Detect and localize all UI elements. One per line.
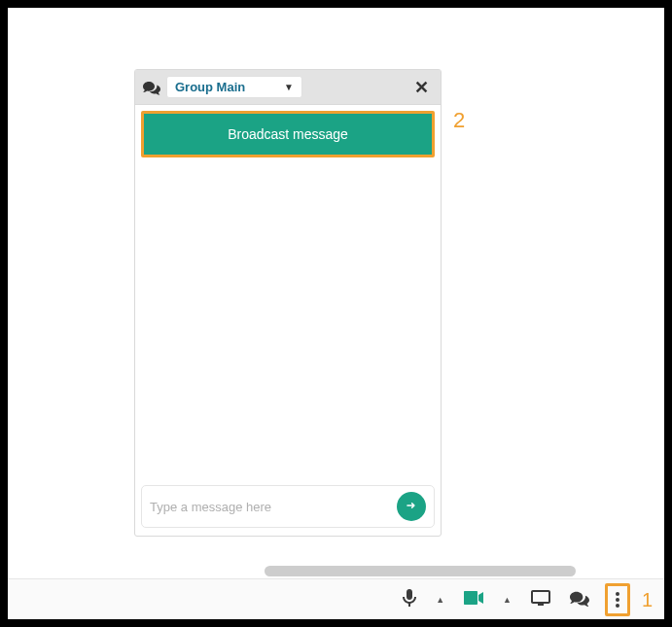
caret-up-icon: ▲ [503,595,512,605]
screen-icon [531,590,550,609]
chat-button[interactable] [566,586,593,613]
video-options-button[interactable]: ▲ [499,591,515,609]
annotation-label-1: 1 [642,589,653,611]
annotation-highlight-2: Broadcast message [141,111,435,157]
horizontal-scrollbar[interactable] [265,566,576,576]
annotation-label-2: 2 [453,108,465,133]
message-input-row [141,485,435,528]
bottom-toolbar: ▲ ▲ [8,578,664,619]
group-selector-dropdown[interactable]: Group Main ▼ [166,76,302,98]
kebab-menu-icon [616,592,619,608]
group-selected-label: Group Main [175,80,245,94]
broadcast-message-button[interactable]: Broadcast message [144,114,432,155]
chat-bubbles-icon [570,590,589,610]
video-camera-icon [464,591,483,608]
video-button[interactable] [460,587,487,611]
caret-up-icon: ▲ [436,595,444,605]
send-button[interactable] [397,492,426,521]
arrow-right-icon [405,499,418,515]
microphone-options-button[interactable]: ▲ [432,591,448,609]
chat-messages-area [141,159,435,485]
caret-down-icon: ▼ [284,82,294,92]
message-input[interactable] [150,500,397,514]
more-options-button[interactable] [612,588,623,611]
microphone-button[interactable] [399,585,420,613]
chat-header: Group Main ▼ ✕ [135,70,441,105]
chat-panel: Group Main ▼ ✕ Broadcast message [134,69,442,537]
screen-share-button[interactable] [527,586,554,612]
close-button[interactable]: ✕ [410,77,433,98]
close-icon: ✕ [414,78,429,97]
annotation-highlight-1 [605,583,630,616]
chat-body: Broadcast message [135,105,441,536]
microphone-icon [403,589,416,610]
chat-bubbles-icon [143,80,160,95]
